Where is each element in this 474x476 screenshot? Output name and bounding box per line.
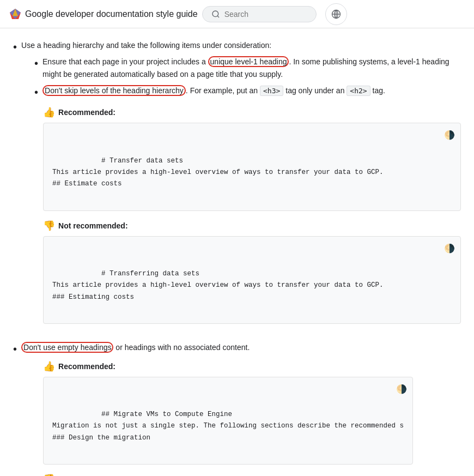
thumbs-up-icon-1: 👍 [43, 106, 55, 118]
thumbs-down-icon-1: 👎 [43, 220, 55, 232]
svg-point-3 [212, 11, 218, 17]
not-recommended-block-1: 👎 Not recommended: 🌗 # Transferring data… [43, 220, 461, 324]
bullet-1-text: Use a heading hierarchy and take the fol… [21, 41, 271, 50]
sub-bullet-1: • Ensure that each page in your project … [21, 56, 461, 80]
brightness-icon-2[interactable]: 🌗 [444, 242, 455, 257]
sub-bullet-1-text: Ensure that each page in your project in… [42, 56, 461, 80]
recommended-text-1: Recommended: [58, 108, 116, 117]
sub-dot-1: • [34, 56, 38, 71]
header-title: Google developer documentation style gui… [25, 9, 198, 19]
logo: Google developer documentation style gui… [9, 8, 198, 21]
not-recommended-label-2: 👎 Not recommended: [43, 473, 413, 476]
site-header: Google developer documentation style gui… [0, 0, 474, 28]
globe-icon [331, 9, 341, 19]
logo-icon [9, 8, 22, 21]
main-content: • Use a heading hierarchy and take the f… [0, 28, 474, 476]
not-recommended-block-2: 👎 Not recommended: 🌗 ## Migrate VMs to C… [43, 473, 413, 476]
highlight-unique-level1: unique level-1 heading [208, 56, 289, 67]
sub-bullet-2: • Don't skip levels of the heading hiera… [21, 85, 461, 100]
code-h3: <h3> [260, 86, 283, 96]
bullet-item-1: • Use a heading hierarchy and take the f… [13, 39, 461, 333]
search-input[interactable] [224, 10, 301, 19]
bullet-1-body: Use a heading hierarchy and take the fol… [21, 39, 461, 333]
bullet-dot-2: • [13, 341, 17, 357]
code-block-2-recommended: 🌗 ## Migrate VMs to Compute Engine Migra… [43, 377, 413, 465]
sub-bullet-2-text: Don't skip levels of the heading hierarc… [42, 85, 385, 97]
recommended-label-2: 👍 Recommended: [43, 360, 413, 372]
brightness-icon-3[interactable]: 🌗 [396, 383, 407, 397]
thumbs-down-icon-2: 👎 [43, 473, 55, 476]
search-icon [211, 10, 220, 19]
search-box[interactable] [202, 6, 317, 22]
code-block-1-recommended: 🌗 # Transfer data sets This article prov… [43, 123, 461, 211]
recommended-text-2: Recommended: [58, 362, 116, 371]
sub-dot-2: • [34, 85, 38, 100]
highlight-dont-skip: Don't skip levels of the heading hierarc… [42, 85, 186, 96]
bullet-2-body: Don't use empty headings or headings wit… [21, 341, 413, 476]
code-block-1-not-recommended: 🌗 # Transferring data sets This article … [43, 236, 461, 324]
recommended-block-1: 👍 Recommended: 🌗 # Transfer data sets Th… [43, 106, 461, 211]
bullet-dot-1: • [13, 39, 17, 55]
not-recommended-label-1: 👎 Not recommended: [43, 220, 461, 232]
highlight-dont-use-empty: Don't use empty headings [21, 342, 113, 353]
recommended-label-1: 👍 Recommended: [43, 106, 461, 118]
bullet-item-2: • Don't use empty headings or headings w… [13, 341, 461, 476]
brightness-icon-1[interactable]: 🌗 [444, 129, 455, 143]
not-recommended-text-1: Not recommended: [58, 221, 128, 230]
bullet-2-text: Don't use empty headings or headings wit… [21, 342, 250, 353]
language-button[interactable] [325, 3, 347, 25]
code-h2: <h2> [347, 86, 370, 96]
svg-line-4 [217, 16, 219, 17]
thumbs-up-icon-2: 👍 [43, 360, 55, 372]
recommended-block-2: 👍 Recommended: 🌗 ## Migrate VMs to Compu… [43, 360, 413, 465]
